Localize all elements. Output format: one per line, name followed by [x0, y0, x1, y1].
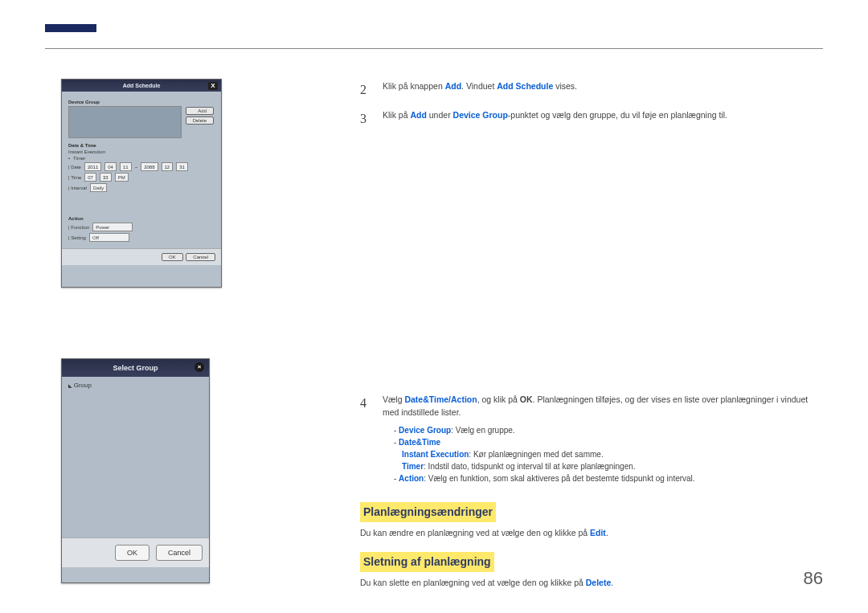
- term-add: Add: [410, 110, 426, 120]
- sub-sub-item: Timer: Indstil dato, tidspunkt og interv…: [402, 460, 823, 472]
- device-group-box: [68, 106, 182, 138]
- ok-button[interactable]: OK: [115, 545, 149, 561]
- paragraph: Du kan slette en planlægning ved at vælg…: [360, 577, 823, 590]
- date-y2[interactable]: 2088: [141, 162, 158, 171]
- function-select[interactable]: Power: [92, 223, 133, 231]
- time-h[interactable]: 07: [84, 173, 96, 182]
- time-label: Time: [68, 175, 81, 180]
- heading-changes: Planlægningsændringer: [360, 502, 496, 522]
- dialog-body: Device Group Add Delete Date & Time Inst…: [62, 92, 221, 248]
- top-rule: [45, 48, 823, 49]
- setting-label: Setting: [68, 235, 86, 240]
- date-m2[interactable]: 12: [162, 162, 174, 171]
- step-number: 4: [360, 394, 371, 484]
- add-button[interactable]: Add: [186, 107, 214, 115]
- date-d1[interactable]: 11: [120, 162, 132, 171]
- group-node[interactable]: Group: [68, 382, 203, 389]
- sub-item: Device Group: Vælg en gruppe.: [394, 424, 823, 436]
- step-3: 3 Klik på Add under Device Group-punktet…: [360, 109, 823, 129]
- sub-item: Date&Time: [394, 436, 823, 448]
- step-number: 2: [360, 80, 371, 100]
- term-date-time-action: Date&Time/Action: [404, 394, 477, 404]
- sublist: Device Group: Vælg en gruppe. Date&Time …: [394, 424, 823, 484]
- time-m[interactable]: 33: [100, 173, 112, 182]
- close-icon[interactable]: ×: [194, 362, 204, 372]
- step-4: 4 Vælg Date&Time/Action, og klik på OK. …: [360, 394, 823, 484]
- delete-button[interactable]: Delete: [186, 116, 214, 125]
- paragraph: Du kan ændre en planlægning ved at vælge…: [360, 527, 823, 540]
- add-schedule-dialog: Add Schedule X Device Group Add Delete D…: [61, 79, 222, 288]
- dialog-title-text: Add Schedule: [123, 83, 161, 88]
- timer-radio[interactable]: Timer: [68, 156, 215, 161]
- action-label: Action: [68, 216, 215, 221]
- function-label: Function: [68, 225, 89, 230]
- page-number: 86: [804, 568, 823, 589]
- group-tree[interactable]: Group: [62, 377, 209, 537]
- dialog-title-text: Select Group: [113, 364, 158, 372]
- step-text: Klik på Add under Device Group-punktet o…: [383, 109, 823, 129]
- close-icon[interactable]: X: [208, 82, 218, 90]
- device-group-label: Device Group: [68, 100, 215, 104]
- term-add: Add: [445, 81, 461, 91]
- term-edit: Edit: [590, 528, 606, 537]
- step-number: 3: [360, 109, 371, 129]
- dialog-title: Add Schedule X: [62, 80, 221, 92]
- date-label: Date: [68, 165, 81, 170]
- dialog-footer: OK Cancel: [62, 248, 221, 265]
- cancel-button[interactable]: Cancel: [186, 253, 215, 261]
- chapter-bar: [45, 24, 96, 32]
- dialog-footer: OK Cancel: [62, 537, 209, 567]
- setting-select[interactable]: Off: [89, 233, 129, 242]
- sub-sub-item: Instant Execution: Kør planlægningen med…: [402, 448, 823, 460]
- term-device-group: Device Group: [453, 110, 508, 120]
- dialog-title: Select Group ×: [62, 359, 209, 377]
- step-text: Vælg Date&Time/Action, og klik på OK. Pl…: [383, 394, 823, 484]
- ok-button[interactable]: OK: [162, 253, 183, 261]
- interval-label: Interval: [68, 186, 87, 190]
- term-ok: OK: [520, 394, 533, 404]
- date-time-label: Date & Time: [68, 143, 215, 148]
- select-group-dialog: Select Group × Group OK Cancel: [61, 358, 210, 583]
- date-d2[interactable]: 31: [176, 162, 188, 171]
- interval-select[interactable]: Daily: [90, 183, 107, 192]
- sub-item: Action: Vælg en funktion, som skal aktiv…: [394, 472, 823, 484]
- content-column: 2 Klik på knappen Add. Vinduet Add Sched…: [360, 80, 823, 595]
- time-ap[interactable]: PM: [115, 173, 129, 182]
- date-y1[interactable]: 2011: [84, 162, 101, 171]
- term-delete: Delete: [586, 578, 612, 587]
- instant-execution-radio[interactable]: Instant Execution: [68, 149, 215, 154]
- heading-delete: Sletning af planlægning: [360, 552, 494, 572]
- cancel-button[interactable]: Cancel: [156, 545, 203, 561]
- term-add-schedule: Add Schedule: [497, 81, 553, 91]
- date-m1[interactable]: 04: [104, 162, 117, 171]
- step-2: 2 Klik på knappen Add. Vinduet Add Sched…: [360, 80, 823, 100]
- step-text: Klik på knappen Add. Vinduet Add Schedul…: [383, 80, 823, 100]
- page: Add Schedule X Device Group Add Delete D…: [0, 0, 868, 613]
